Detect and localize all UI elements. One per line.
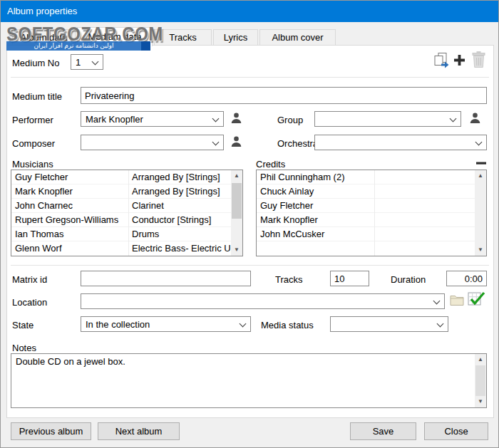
list-item[interactable]: Mark Knopfler <box>257 213 486 227</box>
separator <box>11 265 489 266</box>
trash-icon <box>471 51 486 71</box>
musician-name: Ian Thomas <box>15 227 63 241</box>
title-bar[interactable]: Album properties <box>1 1 498 22</box>
tab-medium-data[interactable]: Medium data <box>77 27 153 46</box>
copy-medium-icon <box>431 51 450 72</box>
add-medium-button[interactable] <box>452 54 466 68</box>
state-select[interactable]: In the collection <box>81 316 251 332</box>
list-item[interactable]: John Charnec Clarinet <box>11 199 242 213</box>
list-item[interactable]: Ian Thomas Drums <box>11 227 242 241</box>
tab-album-cover[interactable]: Album cover <box>259 29 336 46</box>
medium-no-value: 1 <box>76 57 81 68</box>
list-item[interactable]: Guy Fletcher Arranged By [Strings] <box>11 170 242 184</box>
chevron-down-icon <box>433 298 441 305</box>
credit-name: Guy Fletcher <box>260 199 313 213</box>
list-item[interactable]: Rupert Gregson-Williams Conductor [Strin… <box>11 213 242 227</box>
musician-role: Arranged By [Strings] <box>132 170 220 184</box>
credits-list[interactable]: Phil Cunningham (2) Chuck Ainlay Guy Fle… <box>256 170 487 256</box>
musician-name: Guy Fletcher <box>15 170 68 184</box>
list-item[interactable]: Phil Cunningham (2) <box>257 170 486 184</box>
verify-location-button[interactable] <box>466 291 485 310</box>
chevron-down-icon <box>92 58 99 66</box>
matrix-id-input[interactable] <box>81 271 251 286</box>
state-label: State <box>12 320 34 330</box>
chevron-down-icon <box>450 115 457 123</box>
column-divider <box>374 170 375 256</box>
credit-name: Chuck Ainlay <box>260 184 314 199</box>
tab-tracks[interactable]: Tracks <box>154 29 212 46</box>
musician-role: Clarinet <box>132 199 164 213</box>
list-item[interactable]: Guy Fletcher <box>257 199 486 213</box>
chevron-down-icon <box>212 115 220 123</box>
musicians-label: Musicians <box>12 159 53 170</box>
duration-input[interactable] <box>446 271 487 286</box>
checkmark-grid-icon <box>467 291 485 311</box>
scroll-thumb[interactable] <box>475 365 485 396</box>
person-icon <box>469 112 481 126</box>
state-value: In the collection <box>86 319 150 330</box>
medium-no-select[interactable]: 1 <box>71 54 103 70</box>
tracks-input[interactable] <box>330 271 369 286</box>
save-button[interactable]: Save <box>350 422 416 440</box>
location-select[interactable] <box>81 293 445 309</box>
notes-scrollbar[interactable]: ▲ ▼ <box>475 354 486 407</box>
delete-medium-button[interactable] <box>470 51 487 71</box>
location-label: Location <box>12 297 47 308</box>
duration-label: Duration <box>391 274 426 285</box>
musician-role: Drums <box>132 227 159 241</box>
musician-role: Conductor [Strings] <box>132 213 211 227</box>
chevron-down-icon <box>475 139 483 146</box>
list-item[interactable]: Chuck Ainlay <box>257 184 486 199</box>
musicians-scrollbar[interactable]: ▲ ▼ <box>231 170 242 256</box>
scroll-up-arrow[interactable]: ▲ <box>475 170 486 182</box>
musicians-list[interactable]: Guy Fletcher Arranged By [Strings] Mark … <box>11 170 243 256</box>
column-divider <box>128 170 129 256</box>
tab-album-data[interactable]: Album data <box>12 29 76 46</box>
previous-album-button[interactable]: Previous album <box>11 422 91 440</box>
scroll-thumb[interactable] <box>232 183 242 219</box>
list-item[interactable]: Glenn Worf Electric Bass- Electric Uprig… <box>11 241 242 256</box>
group-label: Group <box>277 115 303 125</box>
window-title: Album properties <box>7 6 77 16</box>
group-select[interactable] <box>314 111 461 127</box>
remove-credit-button[interactable] <box>475 159 487 170</box>
group-person-button[interactable] <box>466 110 483 127</box>
person-icon <box>230 135 242 150</box>
scroll-up-arrow[interactable]: ▲ <box>475 354 486 365</box>
list-item[interactable]: John McCusker <box>257 227 486 241</box>
credit-name: Mark Knopfler <box>260 213 318 227</box>
scroll-down-arrow[interactable]: ▼ <box>231 244 242 256</box>
minus-icon <box>475 158 487 170</box>
media-status-label: Media status <box>261 320 314 330</box>
notes-label: Notes <box>12 343 36 353</box>
orchestra-select[interactable] <box>314 135 487 150</box>
credits-label: Credits <box>256 159 285 170</box>
credits-scrollbar[interactable]: ▲ ▼ <box>475 170 486 256</box>
notes-text: Double CD on a jewel box. <box>16 356 125 367</box>
medium-title-input[interactable] <box>81 87 487 104</box>
scroll-up-arrow[interactable]: ▲ <box>231 170 242 182</box>
scroll-down-arrow[interactable]: ▼ <box>475 244 486 256</box>
tracks-label: Tracks <box>275 274 303 285</box>
folder-icon <box>450 294 464 308</box>
chevron-down-icon <box>212 139 220 146</box>
musician-name: Rupert Gregson-Williams <box>15 213 118 227</box>
performer-person-button[interactable] <box>227 110 245 127</box>
media-status-select[interactable] <box>330 316 448 332</box>
composer-select[interactable] <box>81 135 224 150</box>
scroll-down-arrow[interactable]: ▼ <box>475 396 486 407</box>
composer-person-button[interactable] <box>227 134 245 151</box>
person-icon <box>230 112 242 126</box>
copy-to-medium-button[interactable] <box>431 51 451 71</box>
notes-input[interactable]: Double CD on a jewel box. ▲ ▼ <box>11 353 487 408</box>
performer-select[interactable]: Mark Knopfler <box>81 111 224 127</box>
separator <box>11 77 489 78</box>
browse-folder-button[interactable] <box>449 294 464 308</box>
musician-name: John Charnec <box>15 199 73 213</box>
next-album-button[interactable]: Next album <box>98 422 180 440</box>
tab-lyrics[interactable]: Lyrics <box>213 29 258 46</box>
performer-label: Performer <box>12 115 53 125</box>
close-button[interactable]: Close <box>424 422 488 440</box>
composer-label: Composer <box>12 138 55 149</box>
list-item[interactable]: Mark Knopfler Arranged By [Strings] <box>11 184 242 199</box>
